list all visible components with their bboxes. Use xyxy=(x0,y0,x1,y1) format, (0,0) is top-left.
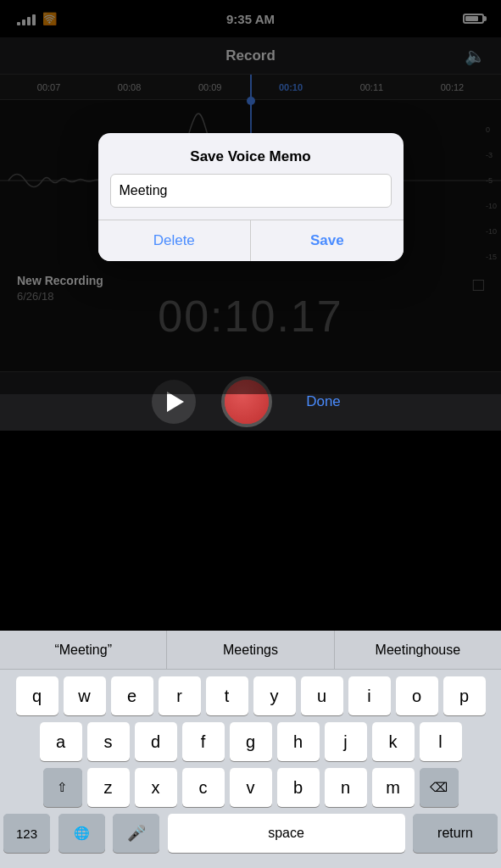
keyboard-area: “Meeting” Meetings Meetinghouse q w e r … xyxy=(0,631,501,868)
key-f[interactable]: f xyxy=(182,722,225,761)
key-z[interactable]: z xyxy=(87,768,130,807)
key-a[interactable]: a xyxy=(40,722,82,761)
key-e[interactable]: e xyxy=(111,676,153,715)
delete-button[interactable]: Delete xyxy=(98,220,252,261)
key-k[interactable]: k xyxy=(372,722,415,761)
key-row-4: 123 🌐 🎤 space return xyxy=(3,814,498,858)
key-y[interactable]: y xyxy=(253,676,296,715)
key-u[interactable]: u xyxy=(301,676,343,715)
shift-key[interactable]: ⇧ xyxy=(43,768,82,807)
mic-key[interactable]: 🎤 xyxy=(113,814,159,853)
key-s[interactable]: s xyxy=(87,722,130,761)
key-row-3: ⇧ z x c v b n m ⌫ xyxy=(3,768,498,807)
key-q[interactable]: q xyxy=(16,676,58,715)
memo-name-input[interactable] xyxy=(110,174,392,208)
key-b[interactable]: b xyxy=(277,768,320,807)
return-key[interactable]: return xyxy=(413,814,498,853)
key-w[interactable]: w xyxy=(64,676,106,715)
autocorrect-item-2[interactable]: Meetings xyxy=(167,631,334,669)
play-icon xyxy=(167,392,184,412)
key-row-2: a s d f g h j k l xyxy=(3,722,498,761)
globe-key[interactable]: 🌐 xyxy=(58,814,105,853)
key-p[interactable]: p xyxy=(443,676,486,715)
key-i[interactable]: i xyxy=(348,676,391,715)
save-button[interactable]: Save xyxy=(251,220,404,261)
key-o[interactable]: o xyxy=(396,676,438,715)
autocorrect-item-3[interactable]: Meetinghouse xyxy=(335,631,501,669)
key-d[interactable]: d xyxy=(135,722,177,761)
modal-input-wrap xyxy=(98,174,404,220)
key-m[interactable]: m xyxy=(372,768,415,807)
key-c[interactable]: c xyxy=(182,768,225,807)
key-r[interactable]: r xyxy=(159,676,201,715)
autocorrect-bar: “Meeting” Meetings Meetinghouse xyxy=(0,631,501,670)
key-x[interactable]: x xyxy=(135,768,177,807)
delete-key[interactable]: ⌫ xyxy=(420,768,459,807)
key-j[interactable]: j xyxy=(325,722,367,761)
key-l[interactable]: l xyxy=(420,722,462,761)
key-row-1: q w e r t y u i o p xyxy=(3,676,498,715)
key-g[interactable]: g xyxy=(230,722,272,761)
key-v[interactable]: v xyxy=(230,768,272,807)
modal-title: Save Voice Memo xyxy=(98,133,404,174)
modal-overlay: Save Voice Memo Delete Save xyxy=(0,0,501,394)
save-voice-memo-modal: Save Voice Memo Delete Save xyxy=(98,133,404,261)
key-n[interactable]: n xyxy=(325,768,367,807)
num-key[interactable]: 123 xyxy=(3,814,50,853)
space-key[interactable]: space xyxy=(168,814,405,853)
autocorrect-item-1[interactable]: “Meeting” xyxy=(0,631,167,669)
modal-buttons: Delete Save xyxy=(98,220,404,261)
key-t[interactable]: t xyxy=(206,676,248,715)
key-h[interactable]: h xyxy=(277,722,320,761)
keyboard: q w e r t y u i o p a s d f g h j k l ⇧ … xyxy=(0,670,501,868)
